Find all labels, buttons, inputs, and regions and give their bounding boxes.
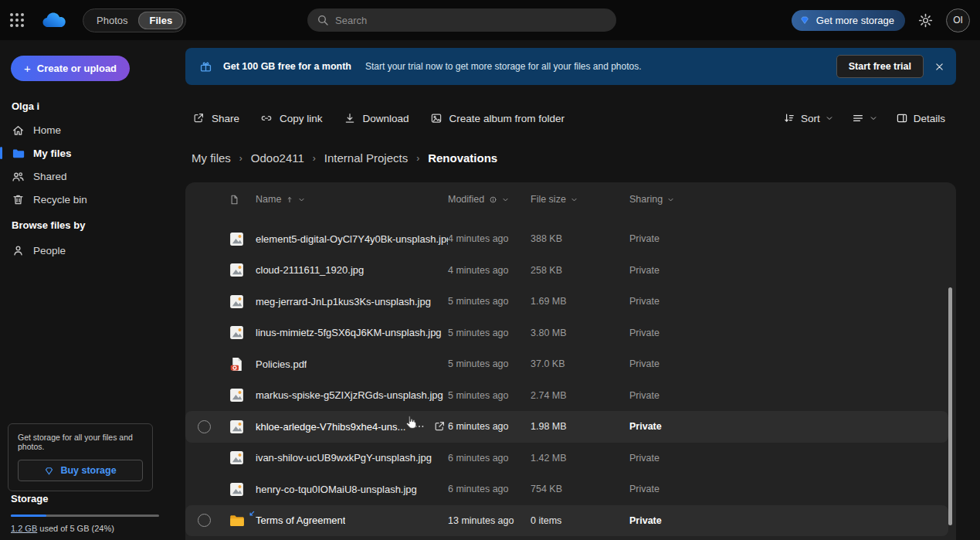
sidebar-item-recycle-bin[interactable]: Recycle bin bbox=[0, 188, 176, 211]
list-view-icon bbox=[852, 112, 864, 124]
sort-ascending-icon bbox=[286, 195, 293, 204]
storage-promo-text: Get storage for all your files and photo… bbox=[18, 433, 143, 451]
column-header-modified[interactable]: Modified bbox=[448, 194, 531, 205]
sidebar-item-shared[interactable]: Shared bbox=[0, 165, 176, 188]
chevron-down-icon bbox=[826, 114, 833, 122]
sync-arrow-icon bbox=[247, 510, 256, 518]
file-name[interactable]: Policies.pdf bbox=[256, 358, 307, 370]
file-modified: 6 minutes ago bbox=[448, 453, 531, 464]
row-checkbox[interactable] bbox=[198, 420, 211, 433]
row-checkbox[interactable] bbox=[198, 514, 211, 527]
file-row[interactable]: linus-mimietz-5fgSX6qJ6KM-unsplash.jpg 5… bbox=[185, 318, 956, 349]
file-size: 0 items bbox=[531, 515, 629, 526]
album-icon bbox=[430, 112, 443, 124]
column-header-size[interactable]: File size bbox=[531, 194, 629, 205]
folder-file-icon bbox=[229, 512, 256, 529]
chevron-down-icon bbox=[667, 196, 674, 203]
storage-used-link[interactable]: 1.2 GB bbox=[11, 524, 37, 533]
download-icon bbox=[344, 112, 356, 124]
share-button[interactable]: Share bbox=[192, 112, 239, 124]
file-name[interactable]: cloud-2111611_1920.jpg bbox=[256, 264, 364, 276]
file-row[interactable]: markus-spiske-g5ZIXjzRGds-unsplash.jpg 5… bbox=[185, 380, 956, 412]
breadcrumb-item[interactable]: My files bbox=[192, 151, 231, 165]
image-file-icon bbox=[229, 324, 256, 341]
file-modified: 6 minutes ago bbox=[448, 484, 531, 494]
file-name[interactable]: markus-spiske-g5ZIXjzRGds-unsplash.jpg bbox=[256, 389, 443, 401]
file-size: 1.69 MB bbox=[531, 296, 629, 307]
file-sharing: Private bbox=[629, 233, 956, 244]
person-icon bbox=[12, 244, 25, 257]
settings-gear-icon[interactable] bbox=[918, 13, 933, 28]
row-select-cell[interactable] bbox=[198, 420, 229, 433]
app-launcher-icon[interactable] bbox=[10, 13, 24, 27]
file-sharing: Private bbox=[629, 484, 956, 494]
storage-section: Storage 1.2 GB used of 5 GB (24%) bbox=[11, 493, 159, 533]
share-row-icon[interactable] bbox=[433, 420, 446, 433]
file-row[interactable]: ivan-shilov-ucUB9wxkPgY-unsplash.jpg 6 m… bbox=[185, 443, 956, 474]
create-album-from-folder-button[interactable]: Create album from folder bbox=[430, 112, 565, 124]
view-options-button[interactable] bbox=[852, 112, 877, 124]
file-name[interactable]: ivan-shilov-ucUB9wxkPgY-unsplash.jpg bbox=[256, 452, 432, 464]
sidebar-item-people[interactable]: People bbox=[0, 239, 176, 262]
diamond-icon bbox=[799, 15, 810, 25]
sidebar-item-label: Recycle bin bbox=[33, 194, 87, 205]
image-file-icon bbox=[229, 231, 256, 247]
account-avatar[interactable]: OI bbox=[946, 8, 970, 32]
search-input[interactable] bbox=[307, 8, 616, 32]
file-sharing: Private bbox=[629, 515, 948, 526]
breadcrumb: My files›Odoo2411›Internal Projects›Reno… bbox=[192, 151, 497, 165]
file-row[interactable]: cloud-2111611_1920.jpg 4 minutes ago 258… bbox=[185, 255, 956, 287]
file-row[interactable]: khloe-arledge-V7hibs9xhe4-uns... 6 minut… bbox=[185, 411, 948, 443]
banner-close-icon[interactable] bbox=[934, 62, 944, 72]
column-header-sharing[interactable]: Sharing bbox=[629, 194, 956, 205]
sort-button[interactable]: Sort bbox=[783, 112, 833, 124]
more-options-icon[interactable] bbox=[414, 421, 425, 432]
toggle-photos[interactable]: Photos bbox=[86, 12, 138, 29]
file-name[interactable]: Terms of Agreement bbox=[256, 515, 345, 526]
file-sharing: Private bbox=[629, 453, 956, 464]
file-name[interactable]: linus-mimietz-5fgSX6qJ6KM-unsplash.jpg bbox=[256, 327, 442, 338]
row-select-cell[interactable] bbox=[198, 514, 229, 527]
breadcrumb-item[interactable]: Odoo2411 bbox=[251, 151, 304, 165]
get-more-storage-button[interactable]: Get more storage bbox=[792, 10, 905, 31]
file-modified: 13 minutes ago bbox=[448, 515, 531, 526]
download-button[interactable]: Download bbox=[344, 112, 409, 124]
details-pane-button[interactable]: Details bbox=[896, 112, 945, 124]
file-row[interactable]: henry-co-tqu0IOMaiU8-unsplash.jpg 6 minu… bbox=[185, 474, 956, 505]
sidebar-browse-nav: People bbox=[0, 239, 176, 262]
file-size: 37.0 KB bbox=[531, 358, 629, 369]
toggle-files[interactable]: Files bbox=[138, 12, 183, 29]
file-name[interactable]: element5-digital-OyCl7Y4y0Bk-unsplash.jp… bbox=[256, 233, 448, 245]
breadcrumb-item[interactable]: Internal Projects bbox=[324, 151, 408, 165]
storage-promo-card: Get storage for all your files and photo… bbox=[8, 423, 153, 491]
copy-link-button[interactable]: Copy link bbox=[260, 112, 323, 124]
vertical-scrollbar[interactable] bbox=[948, 287, 952, 525]
file-name[interactable]: henry-co-tqu0IOMaiU8-unsplash.jpg bbox=[256, 484, 417, 495]
file-name[interactable]: khloe-arledge-V7hibs9xhe4-uns... bbox=[256, 421, 405, 433]
start-free-trial-button[interactable]: Start free trial bbox=[836, 55, 924, 78]
buy-storage-button[interactable]: Buy storage bbox=[18, 460, 143, 481]
file-row[interactable]: meg-jerrard-JnLp1kus3Ks-unsplash.jpg 5 m… bbox=[185, 286, 956, 318]
folder-row[interactable]: Terms of Agreement 13 minutes ago 0 item… bbox=[185, 505, 948, 537]
main-content: Get 100 GB free for a month Start your t… bbox=[185, 40, 956, 540]
file-name[interactable]: meg-jerrard-JnLp1kus3Ks-unsplash.jpg bbox=[256, 296, 431, 307]
image-file-icon bbox=[229, 481, 256, 498]
trial-banner: Get 100 GB free for a month Start your t… bbox=[185, 48, 956, 85]
file-modified: 4 minutes ago bbox=[448, 233, 531, 244]
file-type-column-icon[interactable] bbox=[229, 194, 256, 205]
plus-icon: + bbox=[24, 62, 31, 75]
create-or-upload-button[interactable]: + Create or upload bbox=[11, 56, 130, 81]
image-file-icon bbox=[229, 450, 256, 466]
onedrive-logo-icon[interactable] bbox=[41, 10, 69, 30]
sidebar-item-home[interactable]: Home bbox=[0, 118, 176, 141]
file-size: 258 KB bbox=[531, 265, 629, 276]
breadcrumb-item[interactable]: Renovations bbox=[428, 151, 497, 165]
file-row[interactable]: element5-digital-OyCl7Y4y0Bk-unsplash.jp… bbox=[185, 223, 956, 255]
file-row[interactable]: Policies.pdf 5 minutes ago 37.0 KB Priva… bbox=[185, 348, 956, 380]
column-header-name[interactable]: Name bbox=[256, 194, 448, 205]
link-icon bbox=[260, 112, 273, 124]
file-sharing: Private bbox=[629, 358, 956, 369]
sidebar-item-my-files[interactable]: My files bbox=[0, 141, 176, 165]
sidebar-item-label: Home bbox=[33, 124, 61, 136]
file-sharing: Private bbox=[629, 328, 956, 338]
